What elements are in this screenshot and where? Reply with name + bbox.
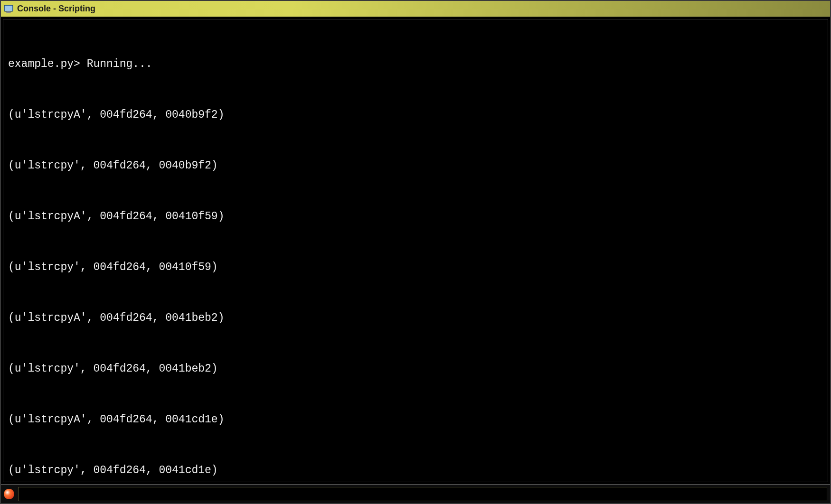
console-line: (u'lstrcpy', 004fd264, 00410f59) bbox=[8, 259, 823, 276]
svg-rect-3 bbox=[6, 12, 11, 13]
console-output[interactable]: example.py> Running... (u'lstrcpyA', 004… bbox=[3, 19, 828, 482]
svg-rect-2 bbox=[7, 11, 10, 12]
command-input[interactable] bbox=[18, 487, 827, 501]
window-title: Console - Scripting bbox=[17, 4, 95, 14]
console-line: (u'lstrcpyA', 004fd264, 0041beb2) bbox=[8, 310, 823, 327]
console-icon bbox=[4, 5, 13, 13]
svg-rect-1 bbox=[5, 6, 12, 11]
console-line: (u'lstrcpyA', 004fd264, 00410f59) bbox=[8, 208, 823, 225]
console-window: Console - Scripting example.py> Running.… bbox=[1, 1, 830, 503]
console-line: (u'lstrcpy', 004fd264, 0041beb2) bbox=[8, 361, 823, 378]
console-line: (u'lstrcpy', 004fd264, 0040b9f2) bbox=[8, 158, 823, 175]
title-bar[interactable]: Console - Scripting bbox=[1, 1, 830, 17]
console-line: (u'lstrcpyA', 004fd264, 0040b9f2) bbox=[8, 107, 823, 124]
console-line: (u'lstrcpy', 004fd264, 0041cd1e) bbox=[8, 462, 823, 479]
console-prompt-line: example.py> Running... bbox=[8, 56, 823, 73]
console-line: (u'lstrcpyA', 004fd264, 0041cd1e) bbox=[8, 411, 823, 429]
status-bar bbox=[1, 484, 830, 503]
status-indicator-icon[interactable] bbox=[4, 489, 14, 499]
